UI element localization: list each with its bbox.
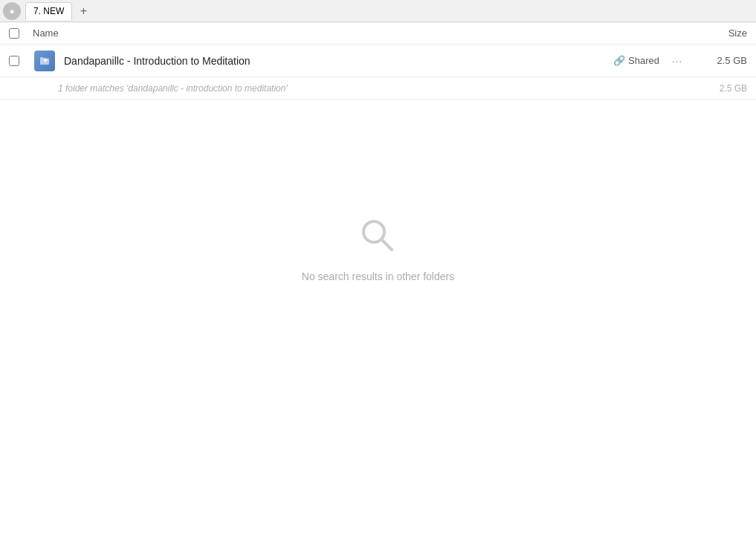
folder-icon: [34, 51, 55, 71]
tab-7-new[interactable]: 7. NEW: [25, 2, 72, 20]
more-options-button[interactable]: ···: [668, 52, 686, 70]
file-meta: 🔗 Shared ··· 2.5 GB: [613, 52, 747, 70]
add-tab-button[interactable]: +: [75, 3, 91, 19]
svg-line-1: [381, 239, 392, 250]
empty-state: No search results in other folders: [0, 100, 756, 397]
name-column-header: Name: [33, 27, 688, 39]
file-size-label: 2.5 GB: [695, 55, 747, 66]
no-results-search-icon: [356, 214, 401, 259]
shared-label: Shared: [628, 55, 659, 66]
size-column-header: Size: [688, 27, 747, 39]
match-info-size: 2.5 GB: [695, 83, 747, 94]
file-list-item[interactable]: Dandapanillc - Introduction to Meditatio…: [0, 45, 756, 77]
plus-icon: +: [80, 4, 87, 18]
ellipsis-icon: ···: [672, 55, 683, 67]
select-all-checkbox[interactable]: [9, 28, 19, 39]
header-checkbox-area: [9, 28, 27, 39]
link-icon: 🔗: [613, 55, 625, 66]
no-results-label: No search results in other folders: [302, 270, 454, 282]
shared-badge: 🔗 Shared: [613, 55, 659, 66]
match-info-text: 1 folder matches 'dandapanillc - introdu…: [58, 83, 695, 94]
file-name-label: Dandapanillc - Introduction to Meditatio…: [64, 55, 613, 67]
match-info-row: 1 folder matches 'dandapanillc - introdu…: [0, 77, 756, 100]
back-button[interactable]: ●: [3, 2, 21, 20]
file-checkbox-area: [9, 56, 27, 66]
column-header: Name Size: [0, 22, 756, 45]
file-checkbox[interactable]: [9, 56, 19, 66]
tab-label: 7. NEW: [33, 6, 64, 16]
file-icon: [33, 49, 56, 73]
back-icon: ●: [10, 7, 15, 16]
tab-bar: ● 7. NEW +: [0, 0, 756, 22]
